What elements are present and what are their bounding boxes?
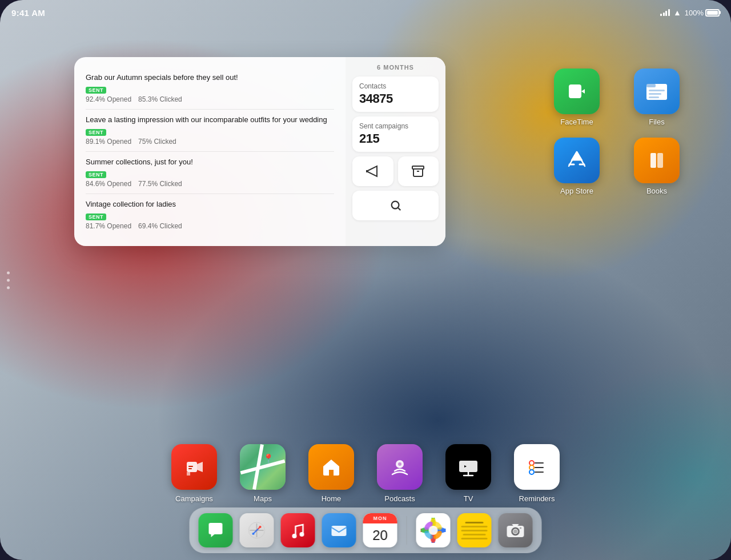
contacts-label: Contacts (359, 82, 432, 90)
svg-point-40 (513, 530, 517, 534)
dock-notes[interactable] (457, 513, 492, 547)
app-home[interactable]: Home (308, 444, 354, 503)
app-appstore[interactable]: App Store (548, 138, 605, 195)
svg-point-14 (529, 461, 534, 465)
calendar-date: 20 (372, 527, 388, 543)
campaign-item: Vintage collection for ladies SENT 81.7%… (86, 194, 334, 236)
maps-label: Maps (254, 494, 272, 503)
search-action[interactable] (352, 191, 439, 220)
campaigns-icon (171, 444, 217, 490)
app-books[interactable]: Books (628, 138, 685, 195)
reminders-icon (514, 444, 560, 490)
app-facetime[interactable]: FaceTime (548, 69, 605, 126)
campaign-title: Grab our Autumn specials before they sel… (86, 73, 334, 82)
campaign-stats: 81.7% Opened69.4% Clicked (86, 222, 334, 230)
sidebar-dot (7, 286, 10, 289)
sent-campaigns-stat: Sent campaigns 215 (352, 116, 439, 152)
calendar-day: MON (373, 515, 387, 521)
books-label: Books (646, 187, 667, 195)
app-reminders[interactable]: Reminders (514, 444, 560, 503)
svg-rect-8 (657, 153, 663, 168)
dock-camera[interactable] (499, 513, 533, 547)
svg-point-26 (300, 532, 304, 537)
facetime-label: FaceTime (560, 118, 593, 126)
svg-point-18 (529, 470, 534, 474)
tv-icon (445, 444, 491, 490)
svg-point-23 (259, 526, 262, 528)
sent-badge: SENT (86, 87, 106, 94)
app-tv[interactable]: TV (445, 444, 491, 503)
facetime-icon (554, 69, 600, 114)
megaphone-action[interactable] (352, 156, 393, 186)
sent-campaigns-label: Sent campaigns (359, 122, 432, 130)
app-dock: MON 20 (190, 507, 542, 553)
contacts-stat: Contacts 34875 (352, 76, 439, 112)
svg-rect-5 (649, 93, 661, 95)
svg-rect-7 (650, 153, 656, 168)
dock-calendar[interactable]: MON 20 (363, 513, 397, 547)
dock-photos[interactable] (416, 513, 451, 547)
campaign-title: Summer collections, just for you! (86, 158, 334, 166)
home-screen-apps: Campaigns 📍 Maps Home (0, 444, 731, 503)
maps-icon: 📍 (240, 444, 286, 490)
campaign-item: Summer collections, just for you! SENT 8… (86, 152, 334, 194)
app-maps[interactable]: 📍 Maps (240, 444, 286, 503)
ipad-screen: 9:41 AM ▲ 100% Grab our Autumn spec (0, 0, 731, 560)
status-icons: ▲ 100% (660, 8, 720, 17)
svg-point-24 (252, 533, 255, 535)
books-icon (634, 138, 680, 183)
svg-rect-27 (332, 526, 347, 536)
status-bar: 9:41 AM ▲ 100% (0, 0, 731, 25)
signal-icon (660, 9, 670, 16)
svg-rect-4 (649, 90, 665, 91)
home-icon (308, 444, 354, 490)
campaign-item: Leave a lasting impression with our inco… (86, 110, 334, 152)
top-right-app-grid: FaceTime Files (548, 69, 685, 195)
files-icon (634, 69, 680, 114)
files-label: Files (649, 118, 664, 126)
app-podcasts[interactable]: Podcasts (377, 444, 423, 503)
campaign-title: Leave a lasting impression with our inco… (86, 115, 334, 124)
tv-label: TV (464, 494, 473, 503)
appstore-icon (554, 138, 600, 183)
sidebar-dot (7, 271, 10, 274)
campaign-item: Grab our Autumn specials before they sel… (86, 67, 334, 110)
appstore-label: App Store (560, 187, 593, 195)
svg-rect-3 (646, 84, 656, 87)
sent-badge: SENT (86, 171, 106, 178)
wifi-icon: ▲ (673, 8, 681, 17)
status-time: 9:41 AM (11, 8, 45, 18)
dock-safari[interactable] (240, 513, 274, 547)
svg-rect-13 (459, 461, 477, 472)
widget-stats-panel: 6 MONTHS Contacts 34875 Sent campaigns 2… (346, 57, 445, 246)
widget-campaigns-list: Grab our Autumn specials before they sel… (74, 57, 346, 246)
dock-mail[interactable] (322, 513, 356, 547)
campaign-stats: 84.6% Opened77.5% Clicked (86, 180, 334, 188)
campaigns-app-label: Campaigns (175, 494, 213, 503)
dock-messages[interactable] (199, 513, 233, 547)
sent-campaigns-value: 215 (359, 131, 432, 146)
svg-point-41 (520, 527, 521, 529)
svg-point-12 (398, 462, 401, 466)
stats-period: 6 MONTHS (352, 64, 439, 71)
sidebar-dot (7, 279, 10, 281)
home-app-label: Home (322, 494, 342, 503)
svg-point-16 (529, 465, 534, 470)
svg-rect-0 (412, 166, 424, 169)
dock-music[interactable] (281, 513, 315, 547)
contacts-value: 34875 (359, 91, 432, 106)
sent-badge: SENT (86, 213, 106, 220)
svg-point-25 (292, 534, 297, 538)
campaigns-widget[interactable]: Grab our Autumn specials before they sel… (74, 57, 445, 246)
app-files[interactable]: Files (628, 69, 685, 126)
battery-indicator: 100% (685, 9, 720, 17)
campaign-title: Vintage collection for ladies (86, 200, 334, 208)
campaign-stats: 89.1% Opened75% Clicked (86, 138, 334, 146)
podcasts-icon (377, 444, 423, 490)
reminders-label: Reminders (519, 494, 555, 503)
sidebar-dots (7, 271, 10, 289)
archive-action[interactable] (398, 156, 439, 186)
svg-rect-6 (649, 96, 659, 98)
app-campaigns[interactable]: Campaigns (171, 444, 217, 503)
battery-icon (705, 9, 720, 17)
